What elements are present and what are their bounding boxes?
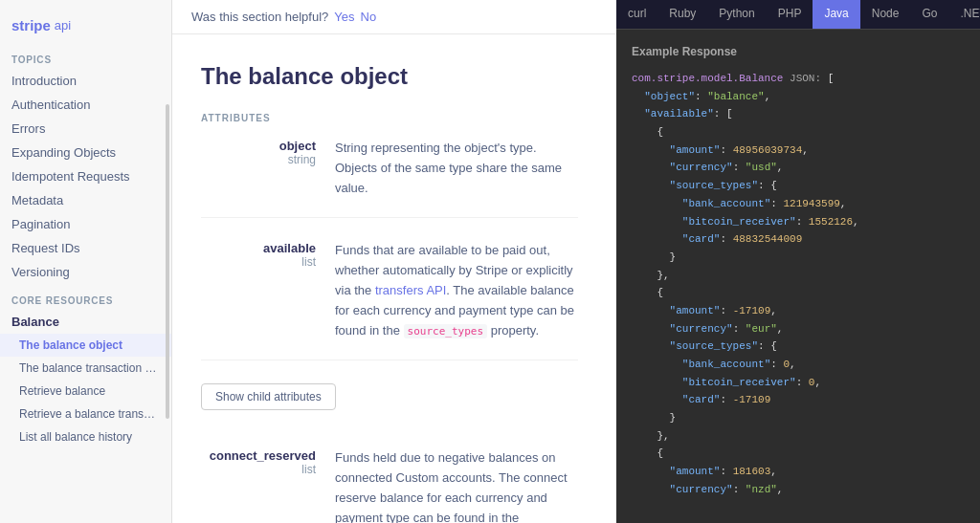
sidebar-scrollbar[interactable]	[166, 104, 169, 418]
sidebar-item-errors[interactable]: Errors	[0, 117, 171, 141]
attribute-row-object: object string String representing the ob…	[201, 139, 578, 218]
tab-dotnet[interactable]: .NET	[948, 0, 980, 29]
attribute-row-available: available list Funds that are available …	[201, 241, 578, 360]
sidebar-item-authentication[interactable]: Authentication	[0, 93, 171, 117]
right-panel: curl Ruby Python PHP Java Node Go .NET E…	[616, 0, 980, 523]
attr-name-available: available	[201, 241, 316, 255]
tab-java[interactable]: Java	[813, 0, 859, 29]
sidebar-item-retrieve-balance-transaction[interactable]: Retrieve a balance transaction	[0, 403, 171, 425]
topics-section-label: TOPICS	[0, 43, 171, 69]
sidebar-item-pagination[interactable]: Pagination	[0, 212, 171, 236]
sidebar-item-balance[interactable]: Balance	[0, 310, 171, 334]
page-title: The balance object	[201, 63, 578, 90]
attr-name-connect-reserved: connect_reserved	[201, 448, 316, 463]
source-types-code: source_types	[404, 324, 487, 338]
helpful-prompt: Was this section helpful?	[191, 10, 328, 24]
tab-php[interactable]: PHP	[767, 0, 813, 29]
content-area: The balance object ATTRIBUTES object str…	[172, 34, 616, 523]
sidebar-item-introduction[interactable]: Introduction	[0, 69, 171, 93]
sidebar: stripe api TOPICS Introduction Authentic…	[0, 0, 172, 523]
core-resources-label: CORE RESOURCES	[0, 284, 171, 310]
helpful-yes-button[interactable]: Yes	[334, 10, 354, 24]
tab-ruby[interactable]: Ruby	[657, 0, 707, 29]
example-response-label: Example Response	[632, 45, 965, 58]
helpfulness-bar: Was this section helpful? Yes No	[172, 0, 616, 34]
sidebar-item-expanding-objects[interactable]: Expanding Objects	[0, 141, 171, 164]
sidebar-item-retrieve-balance[interactable]: Retrieve balance	[0, 380, 171, 403]
api-label: api	[55, 18, 71, 33]
show-child-wrapper: Show child attributes	[201, 383, 578, 429]
transfers-api-link[interactable]: transfers API	[375, 283, 446, 297]
attr-type-connect-reserved: list	[201, 463, 316, 476]
sidebar-item-versioning[interactable]: Versioning	[0, 260, 171, 284]
attr-desc-available: Funds that are available to be paid out,…	[335, 241, 578, 340]
tab-curl[interactable]: curl	[616, 0, 657, 29]
sidebar-item-balance-object[interactable]: The balance object	[0, 334, 171, 357]
sidebar-item-balance-transaction-object[interactable]: The balance transaction object	[0, 357, 171, 380]
sidebar-item-request-ids[interactable]: Request IDs	[0, 236, 171, 260]
helpful-no-button[interactable]: No	[361, 10, 377, 24]
sidebar-item-list-balance-history[interactable]: List all balance history	[0, 425, 171, 448]
attr-desc-object: String representing the object's type. O…	[335, 139, 578, 198]
attribute-row-connect-reserved: connect_reserved list Funds held due to …	[201, 448, 578, 523]
show-child-attributes-button[interactable]: Show child attributes	[201, 383, 336, 410]
attr-type-available: list	[201, 255, 316, 269]
tab-python[interactable]: Python	[707, 0, 766, 29]
attr-desc-connect-reserved: Funds held due to negative balances on c…	[335, 448, 578, 523]
stripe-wordmark: stripe	[11, 17, 51, 33]
sidebar-item-idempotent-requests[interactable]: Idempotent Requests	[0, 164, 171, 188]
logo: stripe api	[0, 10, 171, 43]
tab-go[interactable]: Go	[910, 0, 948, 29]
attributes-label: ATTRIBUTES	[201, 113, 578, 123]
main-content: Was this section helpful? Yes No The bal…	[172, 0, 616, 523]
code-block: com.stripe.model.Balance JSON: [ "object…	[632, 70, 965, 499]
language-tabs: curl Ruby Python PHP Java Node Go .NET	[616, 0, 980, 30]
tab-node[interactable]: Node	[860, 0, 911, 29]
sidebar-item-metadata[interactable]: Metadata	[0, 188, 171, 212]
attr-name-object: object	[201, 139, 316, 153]
code-panel: Example Response com.stripe.model.Balanc…	[616, 30, 980, 523]
attr-type-object: string	[201, 153, 316, 166]
